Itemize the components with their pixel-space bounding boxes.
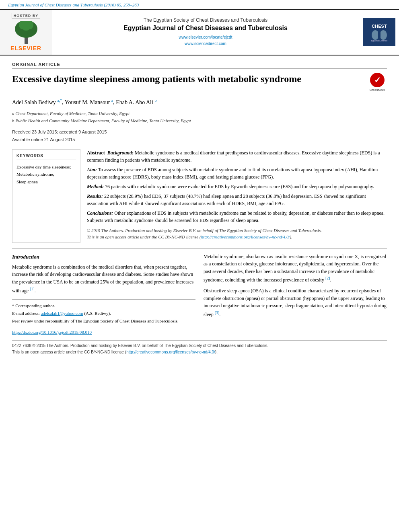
license-link[interactable]: http://creativecommons.org/licenses/by-n… <box>201 234 290 239</box>
article-title: Excessive daytime sleepiness among patie… <box>12 73 368 85</box>
authors: Adel Salah Bediwy a,*, Yousuf M. Mansour… <box>12 97 387 107</box>
abstract-aim: Aim: To assess the presence of EDS among… <box>87 166 387 181</box>
abstract-conclusions: Conclusions: Other explanations of EDS i… <box>87 210 387 224</box>
intro-para1: Metabolic syndrome is a combination of t… <box>12 263 195 294</box>
elsevier-wordmark: ELSEVIER <box>10 45 41 51</box>
svg-text:Egyptian Journal: Egyptian Journal <box>371 39 387 42</box>
ref-3: [3] <box>215 310 220 315</box>
conclusions-text: Other explanations of EDS in subjects wi… <box>87 210 385 223</box>
body-right-column: Metabolic syndrome, also known as insuli… <box>204 253 387 336</box>
abstract-text: Abstract Background: Metabolic syndrome … <box>87 149 387 243</box>
svg-point-3 <box>17 29 25 35</box>
affiliation-a: a Chest Department, Faculty of Medicine,… <box>12 110 387 117</box>
society-name: The Egyptian Society of Chest Diseases a… <box>144 17 267 23</box>
chest-xray-icon: CHEST Egyptian Journal <box>367 22 391 42</box>
keyword-3: Sleep apnea <box>16 178 76 186</box>
footer-issn: 0422-7638 <box>12 343 31 348</box>
journal-urls: www.elsevier.com/locate/ejcdt www.scienc… <box>179 34 232 47</box>
svg-rect-0 <box>25 37 28 44</box>
available-date: Available online 21 August 2015 <box>12 136 387 144</box>
method-label: Method: <box>87 184 104 189</box>
conclusions-label: Conclusions: <box>87 210 113 216</box>
abstract-main-label: Abstract <box>87 150 107 156</box>
footer-license-link[interactable]: http://creativecommons.org/licenses/by-n… <box>126 350 215 354</box>
right-para2: Obstructive sleep apnea (OSA) is a clini… <box>204 287 387 318</box>
elsevier-tree-icon <box>12 21 40 45</box>
background-label: Background: <box>107 150 134 156</box>
svg-point-4 <box>27 29 35 35</box>
doi-link[interactable]: http://dx.doi.org/10.1016/j.ejcdt.2015.0… <box>12 330 92 335</box>
introduction-heading: Introduction <box>12 253 195 261</box>
article-title-row: Excessive daytime sleepiness among patie… <box>12 73 387 92</box>
peer-review-note: Peer review under responsibility of The … <box>12 317 195 325</box>
keyword-1: Excessive day time sleepiness; <box>16 163 76 171</box>
crossmark-icon: ✓ <box>370 73 385 87</box>
doi-section: http://dx.doi.org/10.1016/j.ejcdt.2015.0… <box>12 329 195 336</box>
journal-title-area: The Egyptian Society of Chest Diseases a… <box>52 10 359 55</box>
chest-journal-logo-area: CHEST Egyptian Journal <box>359 10 399 55</box>
abstract-background: Abstract Background: Metabolic syndrome … <box>87 149 387 164</box>
footer-year: © 2015 The Authors. <box>33 343 70 348</box>
results-text: 22 subjects (28.9%) had EDS, 37 subjects… <box>87 193 366 206</box>
footnotes: * Corresponding author. E-mail address: … <box>12 299 195 325</box>
aim-label: Aim: <box>87 167 97 173</box>
footer-license-text: This is an open access article under the… <box>12 350 126 354</box>
svg-point-8 <box>380 30 387 40</box>
responsibility-text: responsibility <box>45 318 70 323</box>
crossmark-label: CrossMark <box>370 88 385 92</box>
elsevier-branding: HOSTED BY ELSEVIER <box>0 10 52 55</box>
author-email-link[interactable]: adelsalah1@yahoo.com <box>41 311 83 316</box>
url1: www.elsevier.com/locate/ejcdt <box>179 35 232 39</box>
footer-bar: 0422-7638 © 2015 The Authors. Production… <box>12 340 387 355</box>
affiliations: a Chest Department, Faculty of Medicine,… <box>12 110 387 124</box>
keywords-box: KEYWORDS Excessive day time sleepiness; … <box>12 149 80 243</box>
journal-name: Egyptian Journal of Chest Diseases and T… <box>123 25 288 32</box>
crossmark-badge: ✓ CrossMark <box>368 73 387 92</box>
ref-1: [1] <box>30 287 35 291</box>
keywords-title: KEYWORDS <box>16 154 76 160</box>
affiliation-b: b Public Health and Community Medicine D… <box>12 117 387 125</box>
received-date: Received 23 July 2015; accepted 9 August… <box>12 128 387 136</box>
citation-text: Egyptian Journal of Chest Diseases and T… <box>8 2 139 7</box>
section-divider <box>12 249 387 249</box>
abstract-license: © 2015 The Authors. Production and hosti… <box>87 227 387 240</box>
right-para1: Metabolic syndrome, also known as insuli… <box>204 253 387 284</box>
footer-license-end: ). <box>215 350 218 354</box>
svg-text:CHEST: CHEST <box>372 24 387 29</box>
body-content: Introduction Metabolic syndrome is a com… <box>12 253 387 336</box>
hosted-by-label: HOSTED BY <box>12 13 41 18</box>
journal-header: HOSTED BY ELSEVIER The Egyptian Society … <box>0 9 399 55</box>
author-name-note: (A.S. Bediwy). <box>84 311 111 316</box>
license-text-3: ). <box>290 234 292 239</box>
keywords-list: Excessive day time sleepiness; Metabolic… <box>16 163 76 186</box>
url2: www.sciencedirect.com <box>185 41 226 46</box>
main-content: ORIGINAL ARTICLE Excessive daytime sleep… <box>0 55 399 362</box>
chest-logo: CHEST Egyptian Journal <box>363 18 395 46</box>
corresponding-note: * Corresponding author. <box>12 302 195 310</box>
aim-text: To assess the presence of EDS among subj… <box>87 167 378 180</box>
top-bar: Egyptian Journal of Chest Diseases and T… <box>0 0 399 9</box>
article-type: ORIGINAL ARTICLE <box>12 62 387 69</box>
body-left-column: Introduction Metabolic syndrome is a com… <box>12 253 195 336</box>
email-note: E-mail address: adelsalah1@yahoo.com (A.… <box>12 310 195 317</box>
keyword-2: Metabolic syndrome; <box>16 170 76 178</box>
license-text-1: © 2015 The Authors. Production and hosti… <box>87 228 322 233</box>
license-text-2: This is an open access article under the… <box>87 234 201 239</box>
abstract-section: KEYWORDS Excessive day time sleepiness; … <box>12 149 387 243</box>
svg-point-7 <box>372 30 379 40</box>
abstract-method: Method: 76 patients with metabolic syndr… <box>87 183 387 190</box>
footer-text: Production and hosting by Elsevier B.V. … <box>70 343 268 348</box>
results-label: Results: <box>87 193 103 199</box>
ref-2: [2] <box>325 276 330 280</box>
article-dates: Received 23 July 2015; accepted 9 August… <box>12 128 387 143</box>
abstract-results: Results: 22 subjects (28.9%) had EDS, 37… <box>87 193 387 207</box>
elsevier-logo: ELSEVIER <box>10 21 41 51</box>
svg-rect-9 <box>378 30 380 40</box>
method-text: 76 patients with metabolic syndrome were… <box>105 184 374 189</box>
